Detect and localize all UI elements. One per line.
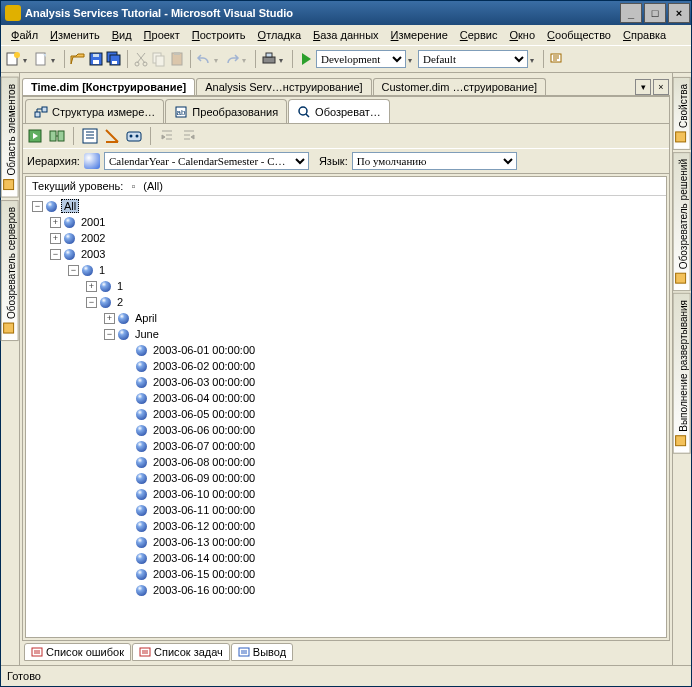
menu-измерение[interactable]: Измерение — [385, 27, 454, 43]
tree-node[interactable]: +April — [28, 310, 664, 326]
expand-toggle[interactable]: + — [104, 313, 115, 324]
paste-icon[interactable] — [169, 51, 185, 67]
copy-icon[interactable] — [151, 51, 167, 67]
new-project-icon[interactable] — [5, 51, 21, 67]
menu-сообщество[interactable]: Сообщество — [541, 27, 617, 43]
platform-select[interactable]: Default — [418, 50, 528, 68]
find-icon[interactable] — [549, 51, 565, 67]
tab-list-button[interactable]: ▾ — [635, 79, 651, 95]
expand-toggle[interactable]: + — [50, 233, 61, 244]
expand-toggle[interactable]: + — [86, 281, 97, 292]
tree-node[interactable]: 2003-06-03 00:00:00 — [28, 374, 664, 390]
tree-node[interactable]: 2003-06-16 00:00:00 — [28, 582, 664, 598]
expand-toggle[interactable]: − — [50, 249, 61, 260]
designer-tab[interactable]: Структура измере… — [25, 99, 164, 123]
tree-node[interactable]: −2 — [28, 294, 664, 310]
expand-toggle[interactable]: − — [104, 329, 115, 340]
new-project-dropdown[interactable] — [23, 53, 31, 65]
tree-node[interactable]: 2003-06-05 00:00:00 — [28, 406, 664, 422]
tree-node[interactable]: 2003-06-14 00:00:00 — [28, 550, 664, 566]
tree-node[interactable]: 2003-06-13 00:00:00 — [28, 534, 664, 550]
deploy-dropdown[interactable] — [279, 53, 287, 65]
tree-node[interactable]: 2003-06-09 00:00:00 — [28, 470, 664, 486]
tree-node[interactable]: 2003-06-06 00:00:00 — [28, 422, 664, 438]
redo-icon[interactable] — [224, 51, 240, 67]
tool-window-tab[interactable]: Список ошибок — [24, 643, 131, 661]
outdent-icon[interactable] — [180, 127, 198, 145]
designer-tab[interactable]: abПреобразования — [165, 99, 287, 123]
tree-node[interactable]: −2003 — [28, 246, 664, 262]
tree-node[interactable]: −June — [28, 326, 664, 342]
config-select[interactable]: Development — [316, 50, 406, 68]
main-area: Time.dim [Конструирование]Analysis Serv…… — [20, 73, 672, 665]
save-icon[interactable] — [88, 51, 104, 67]
tree-node[interactable]: −1 — [28, 262, 664, 278]
platform-extra-dropdown[interactable] — [530, 53, 538, 65]
title-bar[interactable]: Analysis Services Tutorial - Microsoft V… — [1, 1, 691, 25]
expand-toggle[interactable]: − — [86, 297, 97, 308]
tree-node[interactable]: +2001 — [28, 214, 664, 230]
autohide-tab[interactable]: Обозреватель серверов — [1, 200, 19, 341]
reconnect-icon[interactable] — [48, 127, 66, 145]
tree-node[interactable]: 2003-06-11 00:00:00 — [28, 502, 664, 518]
doc-tab[interactable]: Customer.dim …струирование] — [373, 78, 547, 95]
save-all-icon[interactable] — [106, 51, 122, 67]
undo-dropdown[interactable] — [214, 53, 222, 65]
menu-файл[interactable]: Файл — [5, 27, 44, 43]
menu-сервис[interactable]: Сервис — [454, 27, 504, 43]
start-icon[interactable] — [298, 51, 314, 67]
redo-dropdown[interactable] — [242, 53, 250, 65]
expand-toggle[interactable]: + — [50, 217, 61, 228]
autohide-tab[interactable]: Свойства — [673, 77, 691, 150]
undo-icon[interactable] — [196, 51, 212, 67]
tree-node[interactable]: 2003-06-07 00:00:00 — [28, 438, 664, 454]
menu-проект[interactable]: Проект — [138, 27, 186, 43]
menu-изменить[interactable]: Изменить — [44, 27, 106, 43]
maximize-button[interactable]: □ — [644, 3, 666, 23]
autohide-tab[interactable]: Обозреватель решений — [673, 152, 691, 291]
minimize-button[interactable]: _ — [620, 3, 642, 23]
deploy-icon[interactable] — [261, 51, 277, 67]
menu-построить[interactable]: Построить — [186, 27, 252, 43]
add-item-icon[interactable] — [33, 51, 49, 67]
indent-icon[interactable] — [158, 127, 176, 145]
refresh-icon[interactable] — [81, 127, 99, 145]
config-extra-dropdown[interactable] — [408, 53, 416, 65]
tree-node[interactable]: −All — [28, 198, 664, 214]
add-item-dropdown[interactable] — [51, 53, 59, 65]
writeback-icon[interactable] — [103, 127, 121, 145]
member-tree[interactable]: −All+2001+2002−2003−1+1−2+April−June2003… — [26, 196, 666, 637]
autohide-tab[interactable]: Область элементов — [1, 77, 19, 198]
tree-node[interactable]: 2003-06-12 00:00:00 — [28, 518, 664, 534]
autohide-tab[interactable]: Выполнение развертывания — [673, 293, 691, 454]
doc-tab[interactable]: Analysis Serv…нструирование] — [196, 78, 371, 95]
tool-window-tab[interactable]: Список задач — [132, 643, 230, 661]
tool-window-tab[interactable]: Вывод — [231, 643, 293, 661]
expand-toggle[interactable]: − — [68, 265, 79, 276]
doc-tab[interactable]: Time.dim [Конструирование] — [22, 78, 195, 95]
tree-node[interactable]: 2003-06-02 00:00:00 — [28, 358, 664, 374]
tab-close-button[interactable]: × — [653, 79, 669, 95]
hierarchy-select[interactable]: CalendarYear - CalendarSemester - C… — [104, 152, 309, 170]
menu-справка[interactable]: Справка — [617, 27, 672, 43]
member-properties-icon[interactable] — [125, 127, 143, 145]
process-icon[interactable] — [26, 127, 44, 145]
close-button[interactable]: × — [668, 3, 690, 23]
tree-node[interactable]: +2002 — [28, 230, 664, 246]
member-icon — [46, 201, 57, 212]
menu-вид[interactable]: Вид — [106, 27, 138, 43]
tree-node[interactable]: 2003-06-08 00:00:00 — [28, 454, 664, 470]
menu-отладка[interactable]: Отладка — [252, 27, 308, 43]
tree-node[interactable]: 2003-06-10 00:00:00 — [28, 486, 664, 502]
menu-база данных[interactable]: База данных — [307, 27, 385, 43]
tree-node[interactable]: 2003-06-15 00:00:00 — [28, 566, 664, 582]
language-select[interactable]: По умолчанию — [352, 152, 517, 170]
open-icon[interactable] — [70, 51, 86, 67]
tree-node[interactable]: 2003-06-01 00:00:00 — [28, 342, 664, 358]
cut-icon[interactable] — [133, 51, 149, 67]
tree-node[interactable]: +1 — [28, 278, 664, 294]
expand-toggle[interactable]: − — [32, 201, 43, 212]
designer-tab[interactable]: Обозреват… — [288, 99, 390, 123]
tree-node[interactable]: 2003-06-04 00:00:00 — [28, 390, 664, 406]
menu-окно[interactable]: Окно — [503, 27, 541, 43]
